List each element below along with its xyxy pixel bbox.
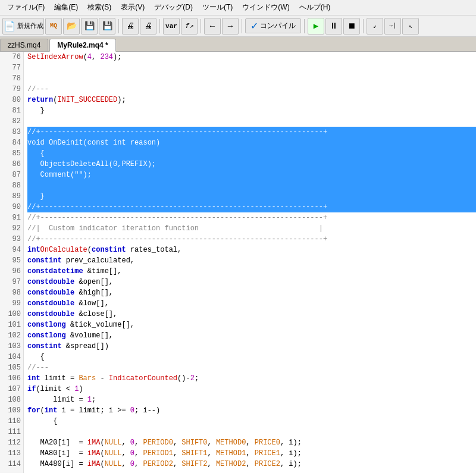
- code-line[interactable]: int limit = Bars - IndicatorCounted()-2;: [27, 373, 476, 384]
- step-out-button[interactable]: ↖: [402, 18, 419, 35]
- tab-zzhs-label: zzHS.mq4: [8, 41, 40, 49]
- menu-edit[interactable]: 編集(E): [49, 1, 83, 14]
- line-number: 112: [0, 437, 21, 448]
- code-line[interactable]: const double &open[],: [27, 277, 476, 287]
- code-line[interactable]: Comment("");: [27, 170, 476, 180]
- menu-help[interactable]: ヘルプ(H): [295, 1, 336, 14]
- code-line[interactable]: void OnDeinit(const int reason): [27, 137, 476, 148]
- back-icon: ←: [210, 21, 215, 31]
- find-button[interactable]: var: [163, 18, 180, 35]
- code-line[interactable]: //---: [27, 362, 476, 373]
- code-line[interactable]: return(INIT_SUCCEEDED);: [27, 95, 476, 105]
- code-line[interactable]: [27, 73, 476, 84]
- separator-3: [201, 19, 201, 33]
- line-number: 105: [0, 362, 21, 373]
- line-number: 107: [0, 384, 21, 394]
- line-number: 93: [0, 234, 21, 245]
- code-line[interactable]: [27, 116, 476, 127]
- menu-debug[interactable]: デバッグ(D): [149, 1, 198, 14]
- code-line[interactable]: MA480[i] = iMA(NULL, 0, PERIOD2, SHIFT2,…: [27, 459, 476, 469]
- code-line[interactable]: if(limit < 1): [27, 384, 476, 394]
- forward-button[interactable]: →: [222, 18, 239, 35]
- run-button[interactable]: ▶: [308, 18, 324, 35]
- print-button[interactable]: 🖨: [140, 18, 156, 35]
- new-button[interactable]: 📄 新規作成: [2, 18, 44, 35]
- stop-button[interactable]: ⏹: [343, 18, 360, 35]
- function-icon: f↗: [185, 22, 193, 30]
- code-line[interactable]: MA20[i] = iMA(NULL, 0, PERIOD0, SHIFT0, …: [27, 437, 476, 448]
- step-into-icon: ↙: [373, 23, 377, 30]
- code-line[interactable]: [27, 427, 476, 437]
- line-number: 86: [0, 159, 21, 170]
- run-icon: ▶: [314, 21, 318, 31]
- pause-button[interactable]: ⏸: [325, 18, 342, 35]
- line-number: 111: [0, 427, 21, 437]
- code-line[interactable]: const double &low[],: [27, 298, 476, 309]
- code-line[interactable]: }: [27, 191, 476, 202]
- step-out-icon: ↖: [409, 23, 412, 30]
- code-line[interactable]: MA80[i] = iMA(NULL, 0, PERIOD1, SHIFT1, …: [27, 448, 476, 459]
- save-as-icon: 💾: [102, 21, 112, 31]
- code-line[interactable]: {: [27, 416, 476, 427]
- menu-file[interactable]: ファイル(F): [2, 1, 49, 14]
- compile-button[interactable]: ✓ コンパイル: [245, 18, 301, 33]
- line-number: 81: [0, 105, 21, 116]
- code-line[interactable]: int OnCalculate(const int rates_total,: [27, 245, 476, 255]
- print-preview-button[interactable]: 🖨: [122, 18, 139, 35]
- save-as-button[interactable]: 💾: [99, 18, 115, 35]
- line-number: 80: [0, 95, 21, 105]
- tab-zzhs[interactable]: zzHS.mq4: [0, 39, 48, 51]
- line-number: 103: [0, 341, 21, 352]
- open-button[interactable]: 📂: [63, 18, 80, 35]
- code-line[interactable]: const double &close[],: [27, 309, 476, 320]
- code-line[interactable]: limit = 1;: [27, 394, 476, 405]
- new-label: 新規作成: [17, 21, 43, 30]
- code-line[interactable]: const double &high[],: [27, 287, 476, 298]
- code-line[interactable]: //+-------------------------------------…: [27, 212, 476, 223]
- menu-tools[interactable]: ツール(T): [198, 1, 237, 14]
- code-area[interactable]: SetIndexArrow(4, 234);//--- return(INIT_…: [24, 52, 476, 473]
- line-number: 79: [0, 84, 21, 95]
- step-over-button[interactable]: →|: [384, 18, 401, 35]
- pause-icon: ⏸: [330, 21, 338, 31]
- print-icon: 🖨: [144, 21, 152, 31]
- code-line[interactable]: //---: [27, 84, 476, 95]
- code-line[interactable]: const datetime &time[],: [27, 266, 476, 277]
- separator-2: [159, 19, 160, 33]
- mql-button[interactable]: MQ: [45, 18, 62, 35]
- code-line[interactable]: for(int i = limit; i >= 0; i--): [27, 405, 476, 416]
- tab-myrule2[interactable]: MyRule2.mq4 *: [49, 39, 115, 52]
- menu-search[interactable]: 検索(S): [83, 1, 116, 14]
- separator-4: [242, 19, 242, 33]
- code-line[interactable]: ObjectsDeleteAll(0,PREFIX);: [27, 159, 476, 170]
- save-button[interactable]: 💾: [81, 18, 98, 35]
- code-line[interactable]: const long &volume[],: [27, 330, 476, 341]
- function-button[interactable]: f↗: [181, 18, 198, 35]
- line-numbers: 7677787980818283848586878889909192939495…: [0, 52, 24, 473]
- code-line[interactable]: [27, 180, 476, 191]
- line-number: 95: [0, 255, 21, 266]
- line-number: 94: [0, 245, 21, 255]
- line-number: 83: [0, 127, 21, 137]
- line-number: 98: [0, 287, 21, 298]
- menu-view[interactable]: 表示(V): [116, 1, 149, 14]
- code-line[interactable]: {: [27, 352, 476, 362]
- code-line[interactable]: //+-------------------------------------…: [27, 202, 476, 212]
- code-line[interactable]: }: [27, 105, 476, 116]
- code-line[interactable]: const long &tick_volume[],: [27, 320, 476, 330]
- line-number: 106: [0, 373, 21, 384]
- code-line[interactable]: {: [27, 148, 476, 159]
- code-line[interactable]: [27, 62, 476, 73]
- menu-window[interactable]: ウインドウ(W): [237, 1, 294, 14]
- line-number: 82: [0, 116, 21, 127]
- code-line[interactable]: const int prev_calculated,: [27, 255, 476, 266]
- line-number: 77: [0, 62, 21, 73]
- code-line[interactable]: //+-------------------------------------…: [27, 234, 476, 245]
- code-line[interactable]: //| Custom indicator iteration function …: [27, 223, 476, 234]
- code-line[interactable]: SetIndexArrow(4, 234);: [27, 52, 476, 62]
- code-line[interactable]: const int &spread[]): [27, 341, 476, 352]
- back-button[interactable]: ←: [204, 18, 221, 35]
- step-into-button[interactable]: ↙: [367, 18, 383, 35]
- code-line[interactable]: //+-------------------------------------…: [27, 127, 476, 137]
- toolbar: 📄 新規作成 MQ 📂 💾 💾 🖨 🖨 var f↗ ← → ✓: [0, 15, 476, 37]
